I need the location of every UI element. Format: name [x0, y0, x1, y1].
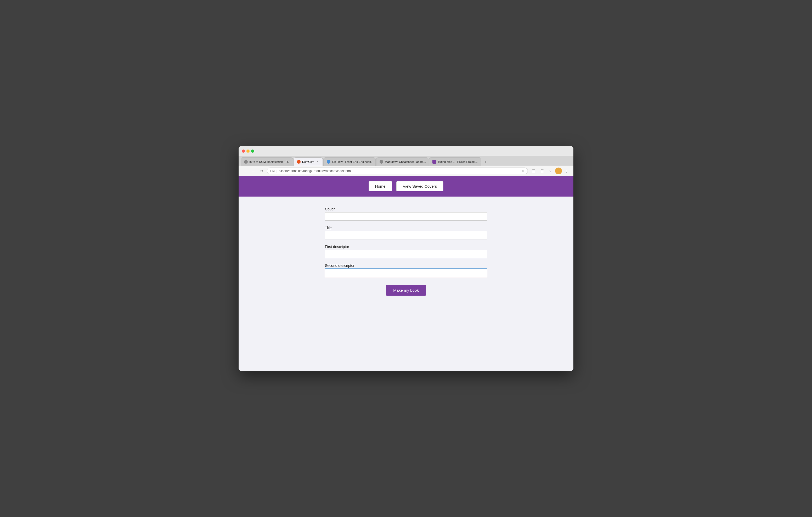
second-descriptor-label: Second descriptor [325, 264, 487, 268]
tab-close-4[interactable]: × [428, 160, 429, 163]
tab-close-5[interactable]: × [479, 160, 482, 163]
address-file-label: File [270, 170, 275, 173]
form-area: Cover Title First descriptor Second desc… [239, 196, 573, 306]
home-button[interactable]: Home [369, 181, 392, 191]
address-bar: ← → ↻ File | /Users/hannakim/turing/1mod… [239, 166, 573, 176]
cover-label: Cover [325, 207, 487, 211]
tab-label-4: Markdown Cheatsheet - adam... [385, 160, 426, 163]
tab-label-1: Intro to DOM Manipulation - Fr... [249, 160, 290, 163]
back-button[interactable]: ← [242, 168, 248, 174]
new-tab-button[interactable]: + [482, 158, 489, 166]
tab-close-2[interactable]: × [316, 160, 319, 163]
tab-turing[interactable]: Turing Mod 1 - Paired Project... × [429, 157, 481, 166]
traffic-lights [242, 150, 254, 153]
address-text: /Users/hannakim/turing/1module/romcom/in… [279, 169, 351, 173]
tab-romcom[interactable]: RomCom × [293, 157, 323, 166]
bookmark-icon[interactable]: ☆ [521, 169, 524, 173]
apps-icon[interactable]: ☷ [539, 167, 546, 175]
extensions-icon[interactable]: ☰ [530, 167, 537, 175]
tab-favicon-5 [432, 160, 436, 163]
navbar: Home View Saved Covers [239, 176, 573, 196]
menu-icon[interactable]: ⋮ [563, 167, 570, 175]
second-descriptor-group: Second descriptor [325, 264, 487, 277]
browser-window: Intro to DOM Manipulation - Fr... × RomC… [239, 146, 573, 371]
minimize-button[interactable] [246, 150, 250, 153]
first-descriptor-input[interactable] [325, 250, 487, 258]
second-descriptor-input[interactable] [325, 269, 487, 277]
first-descriptor-group: First descriptor [325, 245, 487, 258]
forward-button[interactable]: → [250, 168, 256, 174]
toolbar-icons: ☰ ☷ ? ⋮ [530, 167, 570, 175]
tab-gitflow[interactable]: Git Flow - Front-End Engineeri... × [323, 157, 376, 166]
address-input-field[interactable]: File | /Users/hannakim/turing/1module/ro… [267, 168, 528, 174]
cover-input[interactable] [325, 212, 487, 221]
tab-label-3: Git Flow - Front-End Engineeri... [332, 160, 373, 163]
title-group: Title [325, 226, 487, 239]
address-separator: | [277, 169, 277, 173]
cover-group: Cover [325, 207, 487, 221]
tab-favicon-3 [327, 160, 330, 163]
first-descriptor-label: First descriptor [325, 245, 487, 249]
page-content: Home View Saved Covers Cover Title First… [239, 176, 573, 371]
close-button[interactable] [242, 150, 245, 153]
help-icon[interactable]: ? [547, 167, 554, 175]
title-label: Title [325, 226, 487, 230]
tab-markdown[interactable]: Markdown Cheatsheet - adam... × [376, 157, 429, 166]
profile-avatar[interactable] [555, 168, 562, 174]
form-container: Cover Title First descriptor Second desc… [325, 207, 487, 296]
reload-button[interactable]: ↻ [258, 168, 265, 174]
tab-close-1[interactable]: × [292, 160, 293, 163]
tab-favicon-4 [380, 160, 383, 163]
maximize-button[interactable] [251, 150, 254, 153]
title-input[interactable] [325, 231, 487, 239]
tab-favicon-1 [244, 160, 248, 163]
tab-close-3[interactable]: × [375, 160, 376, 163]
tab-label-2: RomCom [302, 160, 314, 163]
tab-label-5: Turing Mod 1 - Paired Project... [438, 160, 477, 163]
tab-bar: Intro to DOM Manipulation - Fr... × RomC… [239, 156, 573, 166]
view-saved-covers-button[interactable]: View Saved Covers [396, 181, 444, 191]
title-bar [239, 146, 573, 156]
tab-favicon-2 [297, 160, 300, 163]
tab-intro-dom[interactable]: Intro to DOM Manipulation - Fr... × [241, 157, 293, 166]
make-book-button[interactable]: Make my book [386, 285, 426, 296]
